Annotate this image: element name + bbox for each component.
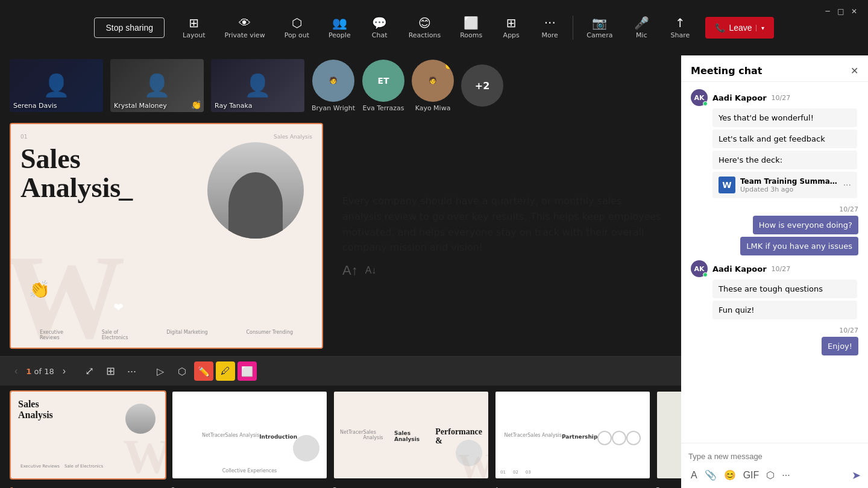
label-electronics: Sale ofElectronics <box>102 330 128 340</box>
gif-button[interactable]: GIF <box>741 468 762 483</box>
prev-slide-button[interactable]: ‹ <box>10 363 22 379</box>
thumbnails-row: SalesAnalysis W Executive Reviews Sale o… <box>0 386 681 488</box>
attach-button[interactable]: 📎 <box>702 467 719 483</box>
highlighter-button[interactable]: 🖊 <box>216 361 235 381</box>
maximize-button[interactable]: □ <box>837 7 845 16</box>
toolbar-reactions[interactable]: 😊 Reactions <box>400 13 450 43</box>
slide-nav: ‹ 1 of 18 › <box>10 363 71 379</box>
next-slide-button[interactable]: › <box>58 363 71 379</box>
participant-eva[interactable]: ET Eva Terrazas <box>362 60 404 112</box>
fullscreen-button[interactable]: ⤢ <box>80 362 99 380</box>
pop-out-label: Pop out <box>285 31 309 39</box>
participant-name-krystal: Krystal Maloney <box>114 102 167 110</box>
format-text-button[interactable]: A <box>688 468 700 483</box>
self-messages-2: 10/27 Enjoy! <box>691 324 858 355</box>
chat-close-button[interactable]: ✕ <box>851 65 858 77</box>
mic-icon: 🎤 <box>634 17 649 29</box>
more-label: More <box>542 31 558 39</box>
doc-more-button[interactable]: ··· <box>843 180 851 190</box>
toolbar-apps[interactable]: ⊞ Apps <box>493 13 529 43</box>
thumb-frame-3: NetTracerSales Analysis Sales Analysis P… <box>333 390 489 480</box>
participant-ray[interactable]: 👤 Ray Tanaka <box>211 59 304 112</box>
thumbnail-4[interactable]: NetTracerSales Analysis Partnership <box>494 390 651 483</box>
chat-label: Chat <box>372 31 388 39</box>
label-marketing: Digital Marketing <box>166 330 207 340</box>
toolbar-pop-out[interactable]: ⬡ Pop out <box>276 13 318 43</box>
slide-emoji-clap: 👏 <box>29 280 50 299</box>
sticker-button[interactable]: ⬡ <box>764 467 777 483</box>
participant-krystal[interactable]: 👤 Krystal Maloney 👏 <box>110 59 204 112</box>
minimize-button[interactable]: ─ <box>823 7 832 16</box>
toolbar-camera[interactable]: 📷 Camera <box>578 13 621 43</box>
doc-icon: W <box>719 177 735 193</box>
thumbnail-2[interactable]: NetTracerSales Analysis Introduction <box>171 390 328 483</box>
text-size-decrease-button[interactable]: A↓ <box>365 265 377 276</box>
phone-icon: 📞 <box>715 23 725 33</box>
avatar-bryan: 🧑 <box>312 60 354 102</box>
participant-name-kayo: Kayo Miwa <box>415 104 451 112</box>
overflow-badge: +2 <box>461 64 503 107</box>
leave-button[interactable]: 📞 Leave ▾ <box>705 17 773 39</box>
participant-kayo[interactable]: 🧑 ✋ Kayo Miwa <box>412 60 454 112</box>
toolbar-people[interactable]: 👥 People <box>320 13 359 43</box>
thumb-frame-1: SalesAnalysis W Executive Reviews Sale o… <box>10 390 166 480</box>
text-size-increase-button[interactable]: A↑ <box>342 263 358 278</box>
toolbar-chat[interactable]: 💬 Chat <box>362 13 398 43</box>
participant-name-ray: Ray Tanaka <box>215 102 252 110</box>
close-button[interactable]: ✕ <box>850 7 858 16</box>
current-slide: 1 <box>26 367 31 376</box>
thumbnail-3[interactable]: NetTracerSales Analysis Sales Analysis P… <box>333 390 489 483</box>
toolbar-rooms[interactable]: ⬜ Rooms <box>451 13 491 43</box>
private-view-label: Private view <box>224 31 265 39</box>
thumb-bg-1: SalesAnalysis W Executive Reviews Sale o… <box>11 392 165 478</box>
chat-input[interactable] <box>688 448 861 465</box>
slide-person <box>228 172 283 239</box>
stop-sharing-button[interactable]: Stop sharing <box>94 17 165 38</box>
participant-bryan[interactable]: 🧑 Bryan Wright <box>312 60 355 112</box>
eraser-button[interactable]: ⬡ <box>172 361 192 381</box>
pen-red-button[interactable]: ✏️ <box>194 361 213 381</box>
avatar-aadi-2: AK <box>691 260 708 277</box>
chat-panel: Meeting chat ✕ AK Aadi Kapoor 10/27 Yes … <box>681 55 868 488</box>
label-executive: ExecutiveReviews <box>40 330 63 340</box>
thumb-frame-2: NetTracerSales Analysis Introduction <box>171 390 328 480</box>
main-slide-frame[interactable]: 01 Sales Analysis SalesAnalysis_ W <box>10 123 323 349</box>
slide-photo <box>207 142 304 239</box>
emoji-button[interactable]: 😊 <box>722 467 738 483</box>
slide-header-left: 01 <box>20 134 27 140</box>
toolbar-share[interactable]: ↑ Share <box>662 13 698 43</box>
chat-bubble-aadi-5: Fun quiz! <box>712 301 857 319</box>
participants-row: 👤 Serena Davis 👤 Krystal Maloney 👏 👤 Ray… <box>0 55 681 116</box>
pointer-button[interactable]: ▷ <box>151 361 170 381</box>
doc-info: Team Training Summary.docx ... Updated 3… <box>740 177 838 193</box>
toolbar-more[interactable]: ··· More <box>532 13 568 43</box>
avatar-aadi-2-initials: AK <box>694 265 704 273</box>
thumb-watermark-1: W <box>123 430 165 478</box>
toolbar-mic[interactable]: 🎤 Mic <box>623 13 659 43</box>
toolbar-layout[interactable]: ⊞ Layout <box>174 13 213 43</box>
slide-content: 01 Sales Analysis SalesAnalysis_ W <box>11 124 322 348</box>
more-options-button[interactable]: ··· <box>779 468 792 483</box>
avatar-kayo: 🧑 ✋ <box>412 60 454 102</box>
thumbnail-5[interactable]: Fabrikam -VanArsdel 5 <box>656 390 681 483</box>
more-tools-button[interactable]: ··· <box>122 363 141 380</box>
chat-date-2: 10/27 <box>839 327 858 334</box>
participant-overflow[interactable]: +2 <box>461 64 503 107</box>
thumbnail-1[interactable]: SalesAnalysis W Executive Reviews Sale o… <box>10 390 166 483</box>
send-button[interactable]: ➤ <box>852 469 861 482</box>
avatar-photo-kayo: 🧑 <box>429 77 437 84</box>
thumb-header-3: NetTracerSales Analysis <box>340 430 394 440</box>
chat-messages[interactable]: AK Aadi Kapoor 10/27 Yes that'd be wonde… <box>681 82 868 443</box>
slide-emoji-heart: ❤️ <box>113 300 124 314</box>
apps-icon: ⊞ <box>506 17 517 29</box>
participant-serena-davis[interactable]: 👤 Serena Davis <box>10 59 103 112</box>
slide-text-area: Every company should have a quarterly, o… <box>333 123 671 349</box>
doc-attachment[interactable]: W Team Training Summary.docx ... Updated… <box>712 172 857 198</box>
view-options-button[interactable]: ⊞ <box>101 362 120 380</box>
toolbar-private-view[interactable]: 👁 Private view <box>216 13 273 43</box>
thumb-frame-5: Fabrikam -VanArsdel <box>656 390 681 480</box>
chat-input-tools: A 📎 😊 GIF ⬡ ··· ➤ <box>688 467 861 483</box>
chat-icon: 💬 <box>372 17 387 29</box>
pen-pink-button[interactable]: ⬜ <box>237 361 257 381</box>
thumb-person-1 <box>125 404 156 434</box>
